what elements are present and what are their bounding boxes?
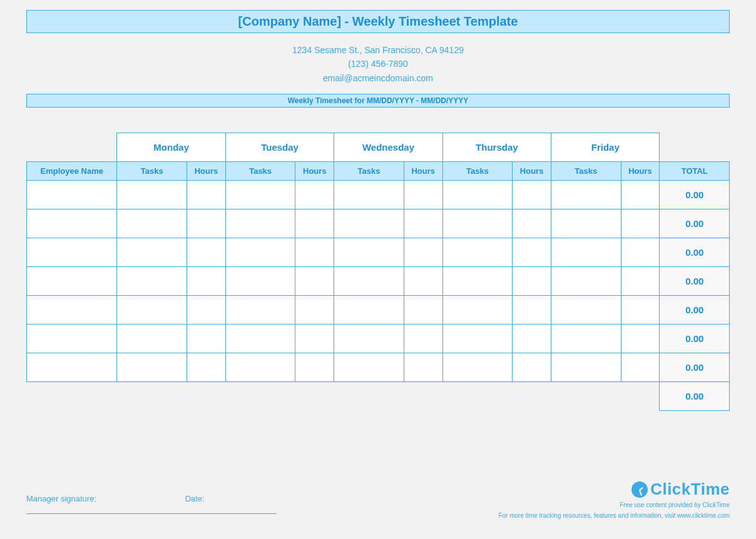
hours-header: Hours [186,162,225,181]
hours-cell[interactable] [621,353,660,382]
tasks-cell[interactable] [442,238,512,267]
total-header: TOTAL [660,162,730,181]
hours-cell[interactable] [404,238,442,267]
tasks-cell[interactable] [334,181,404,209]
hours-header: Hours [621,162,660,181]
hours-cell[interactable] [513,181,551,209]
hours-cell[interactable] [513,296,551,325]
hours-cell[interactable] [295,267,334,296]
row-total: 0.00 [660,238,730,267]
company-address: 1234 Sesame St., San Francisco, CA 94129 [26,43,730,57]
day-header-friday: Friday [551,133,660,162]
tasks-cell[interactable] [334,325,404,353]
hours-cell[interactable] [295,238,334,267]
employee-cell[interactable] [27,238,117,267]
tasks-cell[interactable] [442,209,512,238]
hours-cell[interactable] [295,181,334,209]
hours-cell[interactable] [404,325,442,353]
tasks-cell[interactable] [225,267,295,296]
tasks-cell[interactable] [117,353,186,382]
tasks-cell[interactable] [334,353,404,382]
employee-cell[interactable] [27,267,117,296]
tasks-cell[interactable] [551,296,621,325]
hours-cell[interactable] [404,181,442,209]
tasks-cell[interactable] [117,209,186,238]
tasks-cell[interactable] [117,238,186,267]
hours-cell[interactable] [404,209,442,238]
row-total: 0.00 [660,325,730,353]
hours-cell[interactable] [513,267,551,296]
tasks-cell[interactable] [225,238,295,267]
row-total: 0.00 [660,353,730,382]
hours-cell[interactable] [621,181,660,209]
tasks-cell[interactable] [225,325,295,353]
tasks-cell[interactable] [442,296,512,325]
table-row: 0.00 [27,209,730,238]
tasks-cell[interactable] [442,181,512,209]
hours-cell[interactable] [621,238,660,267]
tasks-cell[interactable] [225,209,295,238]
tasks-cell[interactable] [442,353,512,382]
employee-cell[interactable] [27,181,117,209]
blank-corner-right [660,133,730,162]
date-label: Date: [185,494,205,503]
signature-area: Manager signature: Date: [26,494,277,514]
hours-cell[interactable] [513,353,551,382]
employee-cell[interactable] [27,353,117,382]
tasks-header: Tasks [225,162,295,181]
week-range-bar: Weekly Timesheet for MM/DD/YYYY - MM/DD/… [26,94,730,108]
tasks-cell[interactable] [551,353,621,382]
tasks-cell[interactable] [117,181,186,209]
employee-cell[interactable] [27,209,117,238]
hours-cell[interactable] [186,267,225,296]
tasks-cell[interactable] [117,267,186,296]
company-phone: (123) 456-7890 [26,57,730,71]
hours-cell[interactable] [186,296,225,325]
brand-tagline-1: Free use content provided by ClickTime [498,500,730,510]
hours-cell[interactable] [295,325,334,353]
hours-cell[interactable] [186,325,225,353]
hours-cell[interactable] [186,353,225,382]
hours-cell[interactable] [186,209,225,238]
tasks-cell[interactable] [225,181,295,209]
hours-cell[interactable] [186,181,225,209]
tasks-cell[interactable] [551,238,621,267]
hours-cell[interactable] [513,238,551,267]
tasks-cell[interactable] [551,325,621,353]
tasks-cell[interactable] [334,267,404,296]
table-row: 0.00 [27,353,730,382]
hours-cell[interactable] [295,353,334,382]
tasks-cell[interactable] [117,325,186,353]
employee-cell[interactable] [27,296,117,325]
hours-cell[interactable] [621,267,660,296]
hours-cell[interactable] [186,238,225,267]
timesheet-table: Monday Tuesday Wednesday Thursday Friday… [26,133,730,411]
tasks-cell[interactable] [334,209,404,238]
tasks-cell[interactable] [551,181,621,209]
hours-cell[interactable] [295,296,334,325]
employee-cell[interactable] [27,325,117,353]
tasks-cell[interactable] [225,353,295,382]
tasks-cell[interactable] [551,209,621,238]
tasks-cell[interactable] [225,296,295,325]
hours-cell[interactable] [621,209,660,238]
page-title: [Company Name] - Weekly Timesheet Templa… [238,14,518,28]
tasks-cell[interactable] [334,296,404,325]
hours-cell[interactable] [404,353,442,382]
hours-cell[interactable] [295,209,334,238]
hours-cell[interactable] [404,296,442,325]
footer-spacer [27,382,660,411]
tasks-cell[interactable] [551,267,621,296]
hours-cell[interactable] [621,296,660,325]
hours-cell[interactable] [513,325,551,353]
table-row: 0.00 [27,267,730,296]
hours-cell[interactable] [621,325,660,353]
tasks-cell[interactable] [117,296,186,325]
hours-cell[interactable] [513,209,551,238]
tasks-cell[interactable] [442,267,512,296]
hours-cell[interactable] [404,267,442,296]
tasks-header: Tasks [334,162,404,181]
table-row: 0.00 [27,181,730,209]
tasks-cell[interactable] [334,238,404,267]
tasks-cell[interactable] [442,325,512,353]
